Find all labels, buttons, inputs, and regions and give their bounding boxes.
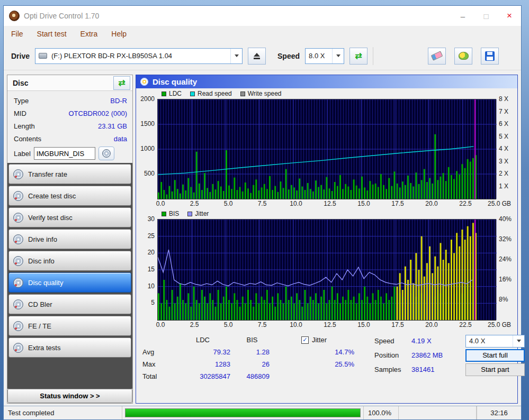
disc-label-input[interactable]	[34, 147, 95, 160]
sidebar-button-label: Disc info	[28, 257, 55, 265]
page-title: Disc quality	[153, 77, 197, 86]
x-axis-tick: 17.5	[391, 200, 404, 207]
disc-panel-title: Disc	[13, 79, 29, 87]
x-axis-tick: 2.5	[190, 321, 199, 328]
drive-select[interactable]: (F:) PLEXTOR BD-R PX-LB950SA 1.04	[35, 48, 243, 64]
sidebar-button-cd-bler[interactable]: CD Bler	[8, 294, 131, 314]
main-panel: Disc quality LDCRead speedWrite speed 20…	[136, 75, 518, 404]
y-axis-tick: 8%	[499, 296, 508, 303]
utility-button[interactable]	[454, 48, 472, 65]
close-button[interactable]: ×	[498, 6, 521, 26]
maximize-button[interactable]: □	[474, 6, 498, 26]
disc-icon	[13, 169, 23, 179]
stats-right-panel: Speed 4.19 X 4.0 X Position 23862 MB Sta…	[374, 334, 525, 403]
field-label: Contents	[14, 135, 41, 143]
stats-area: LDC BIS ✓ Jitter Avg 79.32 1.28 14.7% Ma…	[136, 330, 517, 403]
x-axis-tick: 5.0	[224, 200, 233, 207]
utility-icon	[459, 52, 469, 60]
speed-select[interactable]: 8.0 X	[305, 48, 344, 64]
sidebar-buttons: Transfer rateCreate test discVerify test…	[7, 163, 132, 389]
sidebar-button-drive-info[interactable]: Drive info	[8, 229, 131, 249]
y-axis-tick: 15	[148, 266, 155, 273]
erase-disc-button[interactable]	[428, 48, 446, 65]
stats-table: LDC BIS ✓ Jitter Avg 79.32 1.28 14.7% Ma…	[142, 334, 356, 403]
disc-icon	[13, 343, 23, 353]
start-full-button[interactable]: Start full	[465, 349, 525, 362]
x-axis-tick: 20.0	[425, 321, 437, 328]
minimize-button[interactable]: –	[451, 6, 474, 26]
toolbar-separator	[373, 47, 373, 65]
chart1-x-axis: 0.02.55.07.510.012.515.017.520.022.525.0…	[136, 199, 517, 208]
speed-select-value: 8.0 X	[309, 52, 325, 60]
y-axis-tick: 4 X	[499, 145, 508, 152]
y-axis-tick: 3 X	[499, 158, 508, 165]
x-axis-tick: 0.0	[156, 321, 165, 328]
status-bar: Test completed 100.0% 32:16	[4, 406, 521, 419]
status-window-button[interactable]: Status window > >	[7, 389, 132, 403]
samples-value: 381461	[411, 366, 462, 373]
sidebar-button-verify-test-disc[interactable]: Verify test disc	[8, 207, 131, 227]
sidebar-button-fe-te[interactable]: FE / TE	[8, 316, 131, 336]
speed-result-label: Speed	[374, 337, 408, 345]
y-axis-tick: 16%	[499, 276, 512, 283]
max-jitter: 25.5%	[272, 360, 356, 368]
sidebar-button-transfer-rate[interactable]: Transfer rate	[8, 164, 131, 184]
y-axis-tick: 1500	[140, 120, 155, 127]
chart1-legend: LDCRead speedWrite speed	[136, 88, 517, 99]
speed-result-value: 4.19 X	[411, 337, 462, 345]
disc-label-row: Label	[7, 146, 132, 163]
row-label-total: Total	[142, 372, 173, 380]
menu-file[interactable]: File	[11, 30, 23, 38]
disc-icon	[13, 278, 23, 288]
jitter-checkbox[interactable]: ✓	[301, 336, 309, 344]
y-axis-tick: 40%	[499, 215, 512, 223]
legend-label: BIS	[169, 210, 179, 217]
menu-help[interactable]: Help	[111, 30, 127, 38]
refresh-disc-button[interactable]: ⇄	[113, 76, 130, 90]
progress-percent: 100.0%	[364, 406, 399, 419]
disc-label-button[interactable]	[98, 147, 114, 160]
test-speed-value: 4.0 X	[469, 337, 485, 345]
test-speed-select[interactable]: 4.0 X	[465, 335, 525, 348]
sidebar-button-create-test-disc[interactable]: Create test disc	[8, 186, 131, 206]
disc-icon	[13, 321, 23, 331]
samples-label: Samples	[374, 366, 408, 373]
x-axis-tick: 5.0	[224, 321, 233, 328]
x-axis-tick: 7.5	[258, 321, 267, 328]
sidebar-button-disc-info[interactable]: Disc info	[8, 251, 131, 271]
sidebar-button-disc-quality[interactable]: Disc quality	[8, 272, 131, 293]
disc-info-fields: TypeBD-RMIDOTCBDR002 (000)Length23.31 GB…	[7, 91, 132, 146]
menu-start-test[interactable]: Start test	[37, 30, 67, 38]
desktop-background: Opti Drive Control 1.70 – □ × File Start…	[0, 0, 529, 420]
elapsed-time: 32:16	[477, 406, 521, 419]
field-label: Type	[14, 97, 29, 105]
y-axis-tick: 1 X	[499, 182, 508, 190]
chart2-row: 30252015105 40%32%24%16%8%	[136, 219, 517, 321]
window-title: Opti Drive Control 1.70	[24, 12, 99, 20]
sidebar-button-label: CD Bler	[28, 300, 52, 308]
sidebar-button-extra-tests[interactable]: Extra tests	[8, 337, 131, 358]
legend-chip	[190, 92, 195, 96]
start-part-button[interactable]: Start part	[465, 363, 525, 376]
disc-field-type: TypeBD-R	[14, 94, 127, 107]
legend-label: Jitter	[195, 210, 209, 217]
legend-item: LDC	[162, 90, 182, 97]
x-axis-tick: 10.0	[290, 321, 302, 328]
refresh-speed-button[interactable]: ⇄	[349, 48, 367, 65]
sidebar-button-label: Extra tests	[28, 344, 60, 352]
bis-jitter-chart-plot	[157, 219, 496, 321]
legend-item: Jitter	[187, 210, 209, 217]
y-axis-tick: 20	[148, 249, 155, 256]
chart1-row: 200015001000500 8 X7 X6 X5 X4 X3 X2 X1 X	[136, 99, 517, 199]
sidebar-button-label: FE / TE	[28, 322, 51, 330]
window-controls: – □ ×	[451, 6, 521, 26]
x-axis-tick: 17.5	[391, 321, 404, 328]
eject-button[interactable]	[248, 48, 266, 65]
save-button[interactable]	[481, 48, 499, 65]
menu-extra[interactable]: Extra	[80, 30, 98, 38]
x-axis-tick: 22.5	[459, 321, 471, 328]
y-axis-tick: 1000	[140, 145, 155, 152]
disc-icon	[13, 213, 23, 223]
total-bis: 486809	[232, 372, 272, 380]
legend-item: Write speed	[240, 90, 282, 97]
